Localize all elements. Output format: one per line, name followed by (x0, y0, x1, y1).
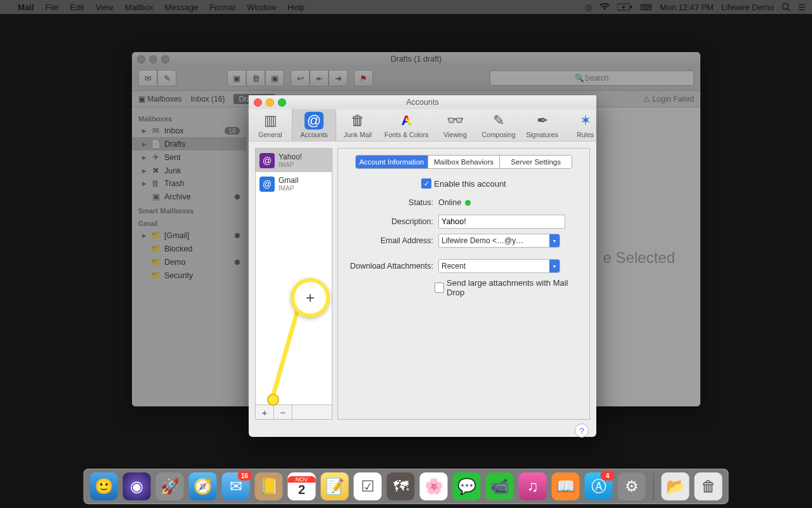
maildrop-label: Send large attachments with Mail Drop (447, 278, 582, 297)
dock-mail[interactable]: ✉16 (222, 472, 250, 500)
archive-button[interactable]: ▣ (227, 70, 246, 86)
dock-sysprefs[interactable]: ⚙ (618, 472, 646, 500)
sidebar-item-inbox[interactable]: ▶✉Inbox16 (132, 124, 246, 137)
tab-fonts-colors[interactable]: AFonts & Colors (379, 109, 433, 141)
tab-viewing[interactable]: 👓Viewing (433, 109, 476, 141)
tab-accounts[interactable]: @Accounts (292, 109, 336, 141)
fav-mailboxes[interactable]: ▣ Mailboxes (138, 95, 181, 104)
compose-button[interactable]: ✎ (157, 70, 176, 86)
menu-mailbox[interactable]: Mailbox (125, 3, 154, 12)
keyboard-icon[interactable]: ⌨ (640, 3, 652, 12)
minimize-icon[interactable] (149, 55, 157, 64)
battery-icon[interactable] (617, 3, 632, 11)
junk-button[interactable]: ▣ (265, 70, 284, 86)
menu-message[interactable]: Message (164, 3, 198, 12)
app-menu[interactable]: Mail (18, 3, 34, 12)
mail-toolbar: ✉ ✎ ▣ 🗑 ▣ ↩ ↞ ➔ ⚑ 🔍 Search (132, 66, 700, 91)
sidebar-item-sent[interactable]: ▶✈Sent (132, 150, 246, 164)
segment-server-settings[interactable]: Server Settings (500, 156, 572, 168)
sidebar-item-gmail-root[interactable]: ▶📁[Gmail] (132, 229, 246, 242)
clock[interactable]: Mon 12:47 PM (660, 3, 714, 12)
dock-trash[interactable]: 🗑 (695, 472, 723, 500)
user-menu[interactable]: Lifewire Demo (721, 3, 774, 12)
prefs-title: Accounts (406, 98, 438, 107)
dock-siri[interactable]: ◉ (123, 472, 151, 500)
dock-safari[interactable]: 🧭 (189, 472, 217, 500)
folder-icon: 📁 (151, 257, 160, 267)
dock-contacts[interactable]: 📒 (255, 472, 283, 500)
zoom-icon[interactable] (161, 55, 169, 64)
tab-general[interactable]: ▥General (249, 109, 292, 141)
enable-account-checkbox[interactable]: ✓ (421, 178, 431, 189)
dock-notes[interactable]: 📝 (321, 472, 349, 500)
dock-separator (653, 472, 654, 500)
dock-maps[interactable]: 🗺 (387, 472, 415, 500)
folder-icon: 📁 (151, 271, 160, 280)
description-label: Description: (346, 217, 433, 226)
wifi-icon[interactable] (599, 3, 610, 11)
menu-format[interactable]: Format (209, 3, 235, 12)
cc-icon[interactable]: ◎ (585, 3, 592, 12)
email-select[interactable]: Lifewire Demo <…@y…▾ (438, 234, 560, 248)
svg-point-2 (783, 4, 789, 10)
close-icon[interactable] (137, 55, 145, 64)
forward-button[interactable]: ➔ (329, 70, 348, 86)
tab-composing[interactable]: ✎Composing (476, 109, 520, 141)
yahoo-at-icon: @ (259, 153, 275, 168)
reply-button[interactable]: ↩ (291, 70, 310, 86)
dock-reminders[interactable]: ☑ (354, 472, 382, 500)
delete-button[interactable]: 🗑 (246, 70, 265, 86)
sidebar-item-blocked[interactable]: 📁Blocked (132, 242, 246, 255)
search-input[interactable]: 🔍 Search (490, 70, 694, 86)
prefs-footer: ? (249, 420, 596, 441)
account-row-gmail[interactable]: @ GmailIMAP (256, 172, 332, 196)
description-field[interactable] (438, 215, 565, 229)
dock-messages[interactable]: 💬 (453, 472, 481, 500)
dock-music[interactable]: ♫ (519, 472, 547, 500)
dock-launchpad[interactable]: 🚀 (156, 472, 184, 500)
dock-photos[interactable]: 🌸 (420, 472, 448, 500)
tab-rules[interactable]: ✶Rules (564, 109, 607, 141)
svg-line-4 (273, 308, 298, 397)
sidebar-item-archive[interactable]: ▣Archive (132, 190, 246, 203)
sidebar-item-security[interactable]: 📁Security (132, 269, 246, 282)
flag-button[interactable]: ⚑ (354, 70, 373, 86)
minimize-icon[interactable] (266, 98, 274, 107)
maildrop-checkbox[interactable] (435, 283, 444, 293)
add-account-button[interactable]: + (256, 405, 274, 419)
dock-facetime[interactable]: 📹 (486, 472, 514, 500)
tab-junk-mail[interactable]: 🗑Junk Mail (336, 109, 379, 141)
menu-view[interactable]: View (96, 3, 114, 12)
help-button[interactable]: ? (575, 424, 589, 438)
dock-calendar[interactable]: NOV2 (288, 472, 316, 500)
reply-all-button[interactable]: ↞ (310, 70, 329, 86)
drafts-icon: 📄 (151, 139, 160, 149)
dock: 🙂 ◉ 🚀 🧭 ✉16 📒 NOV2 📝 ☑ 🗺 🌸 💬 📹 ♫ 📖 Ⓐ4 ⚙ … (84, 469, 729, 504)
remove-account-button[interactable]: − (274, 405, 292, 419)
segment-mailbox-behaviors[interactable]: Mailbox Behaviors (428, 156, 501, 168)
notification-center-icon[interactable]: ☰ (798, 3, 806, 12)
dock-finder[interactable]: 🙂 (90, 472, 118, 500)
status-label: Status: (346, 198, 433, 207)
dock-appstore[interactable]: Ⓐ4 (585, 472, 613, 500)
sidebar-item-junk[interactable]: ▶✖Junk (132, 164, 246, 177)
spotlight-icon[interactable] (782, 3, 790, 11)
sidebar-item-demo[interactable]: 📁Demo (132, 255, 246, 269)
sidebar-item-drafts[interactable]: ▶📄Drafts (132, 137, 246, 150)
sidebar-item-trash[interactable]: ▶🗑Trash (132, 177, 246, 190)
menu-file[interactable]: File (45, 3, 58, 12)
tab-signatures[interactable]: ✒Signatures (521, 109, 564, 141)
dock-downloads[interactable]: 📂 (662, 472, 690, 500)
zoom-icon[interactable] (278, 98, 286, 107)
download-select[interactable]: Recent▾ (438, 259, 560, 273)
menu-window[interactable]: Window (247, 3, 276, 12)
dock-books[interactable]: 📖 (552, 472, 580, 500)
menu-edit[interactable]: Edit (70, 3, 84, 12)
get-mail-button[interactable]: ✉ (138, 70, 157, 86)
account-row-yahoo[interactable]: @ Yahoo!IMAP (256, 149, 332, 172)
segment-account-info[interactable]: Account Information (356, 156, 428, 168)
close-icon[interactable] (254, 98, 262, 107)
menu-help[interactable]: Help (288, 3, 305, 12)
fav-inbox[interactable]: Inbox (16) (190, 95, 225, 104)
login-failed-warning[interactable]: ⚠ Login Failed (643, 95, 694, 104)
